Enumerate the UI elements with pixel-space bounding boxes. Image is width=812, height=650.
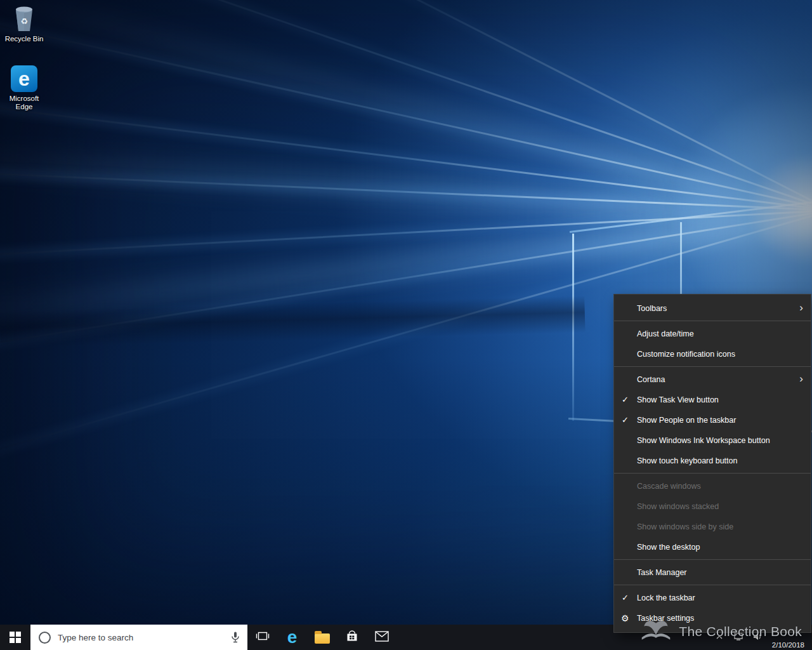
menu-item-label: Show People on the taskbar xyxy=(637,416,736,425)
microphone-icon[interactable] xyxy=(230,631,241,644)
menu-item-customize-notification-icons[interactable]: Customize notification icons xyxy=(614,344,811,364)
edge-taskbar-button[interactable]: e xyxy=(277,625,307,650)
window-pane-edge xyxy=(572,234,574,421)
menu-item-show-the-desktop[interactable]: Show the desktop xyxy=(614,537,811,557)
desktop-icon-recycle-bin[interactable]: ♻ Recycle Bin xyxy=(0,5,48,43)
menu-item-cortana[interactable]: Cortana › xyxy=(614,369,811,390)
task-view-icon xyxy=(256,630,270,644)
menu-item-task-manager[interactable]: Task Manager xyxy=(614,562,811,583)
menu-separator xyxy=(614,559,811,560)
recycle-bin-icon: ♻ xyxy=(0,5,48,33)
menu-item-show-windows-ink-workspace-button[interactable]: Show Windows Ink Workspace button xyxy=(614,430,811,451)
search-box[interactable] xyxy=(30,625,247,650)
window-pane-edge xyxy=(570,201,812,233)
search-input[interactable] xyxy=(56,632,224,643)
light-beam xyxy=(0,1,812,211)
menu-item-cascade-windows: Cascade windows xyxy=(614,476,811,496)
windows-logo-icon xyxy=(10,632,21,643)
light-beam xyxy=(0,0,812,230)
menu-separator xyxy=(614,366,811,367)
svg-text:♻: ♻ xyxy=(20,17,28,26)
menu-item-label: Task Manager xyxy=(637,568,687,577)
menu-item-toolbars[interactable]: Toolbars › xyxy=(614,298,811,319)
light-beam xyxy=(0,92,812,211)
cortana-icon xyxy=(39,632,51,644)
menu-item-label: Show Windows Ink Workspace button xyxy=(637,436,770,445)
task-view-button[interactable] xyxy=(247,625,277,650)
taskbar-context-menu: Toolbars › Adjust date/time Customize no… xyxy=(613,294,811,633)
watermark-text: The Collection Book xyxy=(679,624,802,639)
menu-item-label: Show touch keyboard button xyxy=(637,456,737,465)
desktop-icon-label: Recycle Bin xyxy=(0,35,48,43)
menu-item-label: Show windows stacked xyxy=(637,502,719,511)
mail-button[interactable] xyxy=(367,625,396,650)
menu-item-label: Adjust date/time xyxy=(637,329,694,338)
chevron-right-icon: › xyxy=(799,298,803,318)
gear-icon: ⚙ xyxy=(621,608,629,628)
menu-separator xyxy=(614,585,811,585)
menu-item-label: Cortana xyxy=(637,375,665,384)
start-button[interactable] xyxy=(0,625,30,650)
light-beam xyxy=(0,142,812,231)
menu-item-label: Cascade windows xyxy=(637,482,701,491)
light-beam xyxy=(0,0,812,211)
menu-item-label: Show Task View button xyxy=(637,395,719,404)
light-beam xyxy=(0,209,812,262)
watermark-logo-icon xyxy=(639,617,672,646)
windows-desktop: ♻ Recycle Bin e Microsoft Edge Toolbars … xyxy=(0,0,812,650)
menu-item-label: Show the desktop xyxy=(637,543,700,552)
menu-item-lock-the-taskbar[interactable]: ✓ Lock the taskbar xyxy=(614,588,811,608)
menu-item-label: Lock the taskbar xyxy=(637,594,695,602)
desktop-icon-microsoft-edge[interactable]: e Microsoft Edge xyxy=(0,65,48,111)
menu-separator xyxy=(614,321,811,321)
dark-band xyxy=(0,296,585,348)
checkmark-icon: ✓ xyxy=(622,390,629,410)
menu-item-show-touch-keyboard-button[interactable]: Show touch keyboard button xyxy=(614,451,811,471)
menu-item-show-people-on-taskbar[interactable]: ✓ Show People on the taskbar xyxy=(614,410,811,430)
store-icon xyxy=(345,629,359,646)
menu-item-label: Show windows side by side xyxy=(637,522,733,531)
file-explorer-button[interactable] xyxy=(307,625,337,650)
edge-icon: e xyxy=(287,628,298,646)
mail-icon xyxy=(375,631,389,644)
menu-item-label: Customize notification icons xyxy=(637,350,735,359)
menu-separator xyxy=(614,473,811,474)
checkmark-icon: ✓ xyxy=(622,588,629,608)
menu-item-adjust-date-time[interactable]: Adjust date/time xyxy=(614,324,811,344)
store-button[interactable] xyxy=(337,625,367,650)
checkmark-icon: ✓ xyxy=(622,410,629,430)
light-beam xyxy=(0,0,812,211)
menu-item-show-windows-stacked: Show windows stacked xyxy=(614,496,811,517)
chevron-right-icon: › xyxy=(799,369,803,389)
desktop-icon-label: Microsoft Edge xyxy=(0,95,48,111)
menu-item-label: Toolbars xyxy=(637,304,667,313)
folder-icon xyxy=(315,633,330,644)
edge-icon: e xyxy=(0,65,48,93)
menu-item-show-windows-side-by-side: Show windows side by side xyxy=(614,517,811,537)
watermark: The Collection Book xyxy=(639,617,802,646)
light-beam xyxy=(0,168,812,211)
menu-item-show-task-view-button[interactable]: ✓ Show Task View button xyxy=(614,390,811,410)
